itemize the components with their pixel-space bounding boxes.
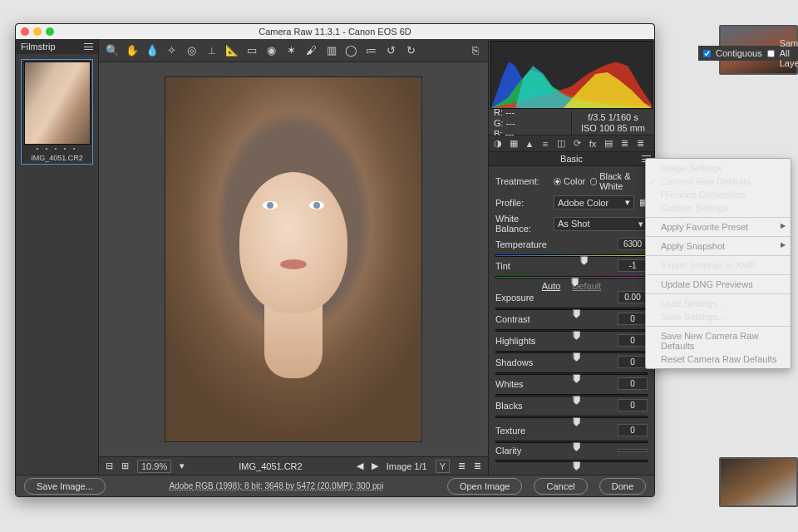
window-title: Camera Raw 11.3.1 - Canon EOS 6D — [259, 27, 411, 37]
shadows-value[interactable]: 0 — [618, 356, 648, 368]
sb-menu-2-icon[interactable]: ≣ — [474, 461, 481, 471]
wb-select[interactable]: As Shot▾ — [554, 217, 648, 231]
filmstrip-thumb[interactable]: • • • • • IMG_4051.CR2 — [21, 59, 93, 165]
tab-split-icon[interactable]: ◫ — [555, 138, 567, 150]
temperature-slider[interactable] — [495, 251, 648, 259]
menu-item[interactable]: Image Settings — [646, 161, 791, 175]
tint-value[interactable]: -1 — [618, 259, 648, 272]
crop-tool-icon[interactable]: ⟂ — [205, 44, 218, 57]
texture-value[interactable]: 0 — [618, 424, 648, 436]
photo — [165, 76, 422, 442]
tab-presets-icon[interactable]: ≣ — [618, 138, 630, 150]
hand-tool-icon[interactable]: ✋ — [126, 44, 138, 57]
before-after-icon[interactable]: Y — [436, 460, 450, 473]
contiguous-check[interactable] — [703, 50, 711, 57]
maximize-icon[interactable] — [46, 27, 54, 36]
ps-options-bar: Contiguous Sample All Laye — [698, 46, 798, 61]
profile-label: Profile: — [495, 198, 549, 208]
wb-eyedropper-icon[interactable]: 💧 — [145, 44, 158, 57]
menu-item[interactable]: Load Settings... — [646, 297, 791, 310]
menu-item[interactable]: Export Settings to XMP — [646, 259, 791, 272]
highlights-slider[interactable] — [495, 347, 648, 356]
workflow-options[interactable]: Adobe RGB (1998); 8 bit; 3648 by 5472 (2… — [169, 481, 383, 490]
close-icon[interactable] — [21, 27, 29, 36]
menu-item: Apply Favorite Preset — [646, 220, 791, 234]
toolstrip: 🔍 ✋ 💧 ✧ ◎ ⟂ 📐 ▭ ◉ ✶ 🖌 ▥ ◯ ≔ ↺ ↻ ⎘ — [99, 39, 488, 62]
filmstrip-menu-icon[interactable] — [84, 43, 93, 50]
filmstrip-title: Filmstrip — [21, 42, 56, 52]
camera-raw-window: Camera Raw 11.3.1 - Canon EOS 6D Filmstr… — [15, 23, 655, 497]
zoom-tool-icon[interactable]: 🔍 — [106, 44, 118, 57]
radial-filter-icon[interactable]: ◯ — [345, 44, 357, 57]
menu-item[interactable]: Camera Raw Defaults — [646, 175, 791, 188]
profile-select[interactable]: Adobe Color▾ — [554, 195, 634, 209]
cancel-button[interactable]: Cancel — [534, 478, 587, 495]
tab-snapshots-icon[interactable]: ≣ — [634, 138, 646, 150]
whites-slider[interactable] — [495, 391, 648, 399]
contrast-slider[interactable] — [495, 326, 648, 334]
treatment-bw-radio[interactable]: Black & White — [590, 171, 648, 191]
meta-iso-lens: ISO 100 85 mm — [577, 123, 649, 133]
sample-all-check[interactable] — [767, 50, 775, 57]
image-preview[interactable] — [99, 62, 488, 456]
graduated-filter-icon[interactable]: ▥ — [325, 44, 337, 57]
minimize-icon[interactable] — [33, 27, 42, 36]
rotate-ccw-icon[interactable]: ↺ — [385, 44, 397, 57]
temperature-value[interactable]: 6300 — [618, 238, 648, 250]
fit-icon[interactable]: ⊟ — [106, 461, 113, 471]
transform-tool-icon[interactable]: ▭ — [245, 44, 258, 57]
sb-menu-1-icon[interactable]: ≣ — [458, 461, 466, 471]
adjustment-brush-icon[interactable]: 🖌 — [305, 44, 318, 57]
whites-label: Whites — [495, 379, 549, 389]
shadows-slider[interactable] — [495, 369, 648, 377]
tab-detail-icon[interactable]: ▲ — [524, 138, 535, 150]
auto-link[interactable]: Auto — [542, 281, 561, 291]
blacks-value[interactable]: 0 — [618, 399, 648, 411]
tab-lens-icon[interactable]: ⟳ — [571, 138, 583, 150]
zoom-value[interactable]: 10.9% — [137, 460, 171, 473]
clarity-value[interactable] — [618, 449, 648, 452]
prev-image-icon[interactable]: ◀ — [357, 461, 363, 471]
blacks-slider[interactable] — [495, 412, 648, 421]
window-controls — [21, 27, 54, 36]
target-adjust-icon[interactable]: ◎ — [185, 44, 198, 57]
whites-value[interactable]: 0 — [618, 377, 648, 390]
image-counter: Image 1/1 — [387, 461, 427, 471]
tab-curve-icon[interactable]: ▦ — [508, 138, 520, 150]
rotate-cw-icon[interactable]: ↻ — [405, 44, 417, 57]
treatment-color-radio[interactable]: Color — [554, 176, 585, 186]
next-image-icon[interactable]: ▶ — [372, 461, 378, 471]
menu-item[interactable]: Previous Conversion — [646, 188, 791, 201]
menu-separator — [646, 274, 791, 275]
contrast-value[interactable]: 0 — [618, 313, 648, 325]
tab-basic-icon[interactable]: ◑ — [492, 138, 504, 150]
zoom-drop-icon[interactable]: ▾ — [180, 461, 185, 471]
exposure-slider[interactable] — [495, 304, 648, 313]
redeye-tool-icon[interactable]: ✶ — [285, 44, 298, 57]
status-filename: IMG_4051.CR2 — [193, 461, 348, 471]
basic-panel-header: Basic — [489, 152, 654, 166]
tab-calib-icon[interactable]: ▤ — [603, 138, 614, 150]
presets-icon[interactable]: ⎘ — [469, 44, 481, 57]
open-image-button[interactable]: Open Image — [447, 478, 523, 495]
clarity-slider[interactable] — [495, 456, 648, 465]
preferences-icon[interactable]: ≔ — [365, 44, 377, 57]
spot-removal-icon[interactable]: ◉ — [265, 44, 278, 57]
tab-fx-icon[interactable]: fx — [587, 138, 598, 150]
bg-thumb-2 — [719, 457, 798, 507]
straighten-tool-icon[interactable]: 📐 — [225, 44, 238, 57]
histogram[interactable] — [490, 41, 653, 109]
texture-slider[interactable] — [495, 437, 648, 446]
tint-slider[interactable] — [495, 273, 648, 281]
menu-item[interactable]: Save Settings... — [646, 310, 791, 323]
contiguous-label: Contiguous — [716, 48, 762, 58]
tab-hsl-icon[interactable]: ≡ — [539, 138, 551, 150]
menu-item[interactable]: Custom Settings — [646, 201, 791, 214]
save-image-button[interactable]: Save Image... — [24, 478, 106, 495]
color-sampler-icon[interactable]: ✧ — [165, 44, 178, 57]
menu-separator — [646, 217, 791, 218]
grid-icon[interactable]: ⊞ — [121, 461, 129, 471]
highlights-value[interactable]: 0 — [618, 334, 648, 347]
exposure-value[interactable]: 0.00 — [618, 291, 648, 303]
done-button[interactable]: Done — [599, 478, 646, 495]
